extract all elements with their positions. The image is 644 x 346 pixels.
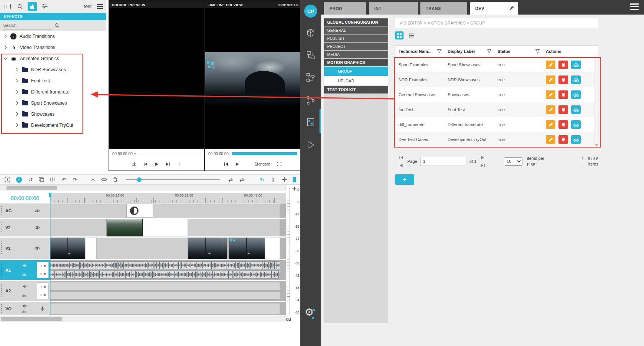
drag-handle[interactable] xyxy=(1,304,2,313)
history-icon[interactable]: ↺ xyxy=(28,177,33,183)
tree-child-item[interactable]: Font Test xyxy=(0,75,106,86)
audio-clip[interactable] xyxy=(50,261,280,269)
scrollbar-thumb[interactable] xyxy=(7,186,57,190)
timecode-dropdown-icon[interactable]: ▾ xyxy=(134,152,136,156)
autosave-check-icon[interactable]: ✓ xyxy=(16,177,22,183)
page-size-select[interactable]: 10 xyxy=(505,157,522,166)
zoom-slider-thumb[interactable] xyxy=(137,177,142,182)
scrollbar-thumb[interactable] xyxy=(1,317,62,321)
channel-2[interactable]: 2 xyxy=(39,272,48,276)
insert-icon[interactable] xyxy=(132,162,137,166)
view-button[interactable] xyxy=(571,75,581,84)
info-icon[interactable]: i xyxy=(5,177,10,182)
grid-view-button[interactable] xyxy=(395,31,404,39)
table-row[interactable]: diff_framerate Different framerate true xyxy=(395,117,598,132)
panel-handle[interactable] xyxy=(293,177,296,182)
skip-back-icon[interactable] xyxy=(143,162,148,166)
track-v2-header[interactable]: V2 xyxy=(0,219,50,236)
split-view-icon[interactable] xyxy=(50,177,55,182)
play-test-icon[interactable] xyxy=(305,139,316,150)
clip[interactable] xyxy=(265,238,280,259)
clip[interactable] xyxy=(50,203,127,218)
filter-funnel-icon[interactable] xyxy=(437,49,441,53)
timeline-hscrollbar-top[interactable] xyxy=(0,185,286,190)
unlink-icon[interactable] xyxy=(101,178,107,181)
track-ag-header[interactable]: AG xyxy=(0,203,50,218)
export-right-icon[interactable]: ⇄ xyxy=(239,177,244,183)
skip-forward-icon[interactable] xyxy=(166,162,170,166)
track-a1-header[interactable]: A1 dB 1 2 xyxy=(0,260,50,280)
clip[interactable] xyxy=(188,219,280,236)
video-clip-thumbnail[interactable] xyxy=(229,238,265,259)
audio-clip[interactable] xyxy=(50,291,280,300)
edit-button[interactable] xyxy=(546,90,555,99)
config-nav-item[interactable]: TEST TOOLKIT xyxy=(324,86,388,93)
audio-clip[interactable] xyxy=(50,303,280,314)
channel-2[interactable]: 2 xyxy=(39,293,48,297)
config-nav-item[interactable]: GLOBAL CONFIGURATION xyxy=(324,18,388,26)
audio-clip[interactable] xyxy=(50,282,280,290)
speaker-icon[interactable] xyxy=(22,304,27,308)
scroll-down-arrow[interactable] xyxy=(595,144,598,146)
clip[interactable] xyxy=(143,219,188,236)
play-icon[interactable] xyxy=(155,162,159,166)
view-button[interactable] xyxy=(571,90,581,99)
db-label[interactable]: dB xyxy=(22,310,26,314)
next-page-button[interactable] xyxy=(480,155,485,160)
transition-clip[interactable] xyxy=(127,203,153,218)
environment-tab[interactable]: INT xyxy=(369,2,418,15)
table-header-cell[interactable]: Display Label xyxy=(445,46,494,57)
workflow-icon[interactable] xyxy=(305,72,316,83)
filter-funnel-icon[interactable] xyxy=(535,49,540,53)
table-scrollbar[interactable] xyxy=(595,57,598,147)
table-header-cell[interactable]: Actions xyxy=(543,46,598,57)
skip-back-icon[interactable] xyxy=(224,162,228,166)
filter-funnel-icon[interactable] xyxy=(487,49,491,53)
track-v1-header[interactable]: V1 xyxy=(0,238,50,259)
drag-handle[interactable] xyxy=(1,222,2,233)
table-row[interactable]: NDR Examples NDR Showcases true xyxy=(395,72,598,87)
delete-button[interactable] xyxy=(558,105,568,114)
delete-button[interactable] xyxy=(558,120,568,129)
tree-child-item[interactable]: Showcases xyxy=(0,108,106,120)
play-icon[interactable] xyxy=(235,162,239,166)
panels-layout-icon[interactable] xyxy=(3,2,12,11)
config-nav-item[interactable]: MOTION GRAPHICS xyxy=(324,59,388,66)
motion-graphics-panel-icon[interactable] xyxy=(305,117,316,128)
table-row[interactable]: Sport Examples Sport Showcases true xyxy=(395,57,598,72)
user-avatar[interactable]: CP xyxy=(304,5,317,18)
clip[interactable] xyxy=(50,219,107,236)
timeline-zoom-slider[interactable] xyxy=(126,179,220,180)
speaker-icon[interactable] xyxy=(22,264,27,268)
clip[interactable] xyxy=(97,238,188,259)
microphone-icon[interactable] xyxy=(40,306,44,312)
view-button[interactable] xyxy=(571,120,581,129)
config-nav-item[interactable]: PROJECT xyxy=(324,43,388,50)
redo-icon[interactable]: ↷ xyxy=(72,177,77,183)
visibility-eye-icon[interactable] xyxy=(35,246,40,250)
config-nav-item[interactable]: PUBLISH xyxy=(324,34,388,42)
table-header-cell[interactable]: Technical Nam... xyxy=(395,46,445,57)
timeline-progress-bar[interactable] xyxy=(232,152,297,155)
db-label[interactable]: dB xyxy=(22,294,26,298)
branch-icon[interactable] xyxy=(305,95,316,106)
assets-cube-icon[interactable] xyxy=(305,28,316,38)
view-button[interactable] xyxy=(571,61,581,69)
cut-icon[interactable]: ✂ xyxy=(90,177,96,183)
refresh-icon[interactable]: ↻ xyxy=(259,177,265,183)
list-view-button[interactable] xyxy=(407,31,416,39)
table-header-cell[interactable]: Status xyxy=(494,46,543,57)
edit-button[interactable] xyxy=(546,120,555,129)
delete-button[interactable] xyxy=(558,135,568,144)
channel-1[interactable]: 1 xyxy=(39,285,48,289)
settings-gear-icon[interactable]: ⚙ xyxy=(305,307,314,318)
environment-tab[interactable]: PROD xyxy=(324,2,366,15)
tree-child-item[interactable]: Sport Showcases xyxy=(0,97,106,108)
add-group-button[interactable]: + xyxy=(395,174,414,185)
view-button[interactable] xyxy=(571,105,581,114)
table-row[interactable]: Dev Test Cases Development TryOut true xyxy=(395,132,598,147)
tree-child-item[interactable]: NDR Showcases xyxy=(0,64,106,75)
clip[interactable] xyxy=(153,203,280,218)
delete-icon[interactable] xyxy=(113,177,118,182)
edit-button[interactable] xyxy=(546,61,555,69)
